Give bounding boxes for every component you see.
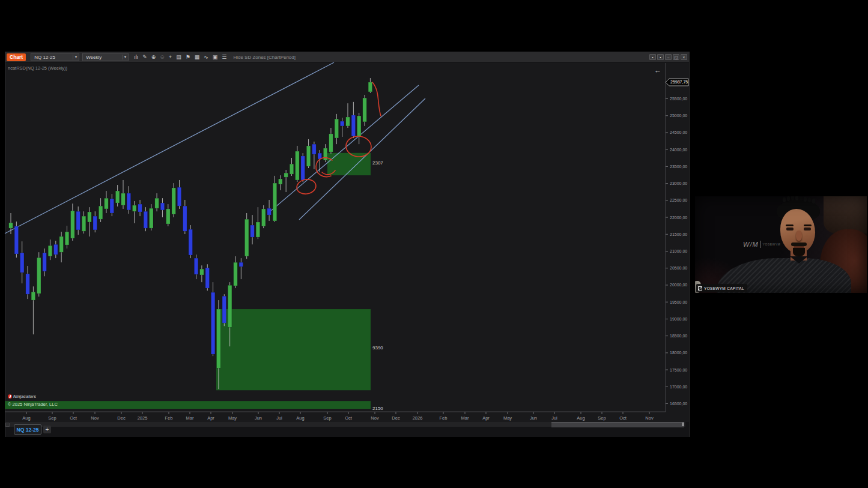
hide-sd-zones-toggle[interactable]: Hide SD Zones [ChartPeriod] bbox=[233, 55, 296, 60]
watermark-sub-text: YOSEWYM bbox=[763, 242, 781, 246]
person-goatee bbox=[793, 248, 805, 256]
period-value: Weekly bbox=[86, 55, 119, 60]
crosshair-icon[interactable]: + bbox=[169, 54, 172, 60]
chart-style-icon[interactable]: ılı bbox=[134, 54, 138, 60]
chart-series-label: ncatRSD(NQ 12-25 (Weekly)) bbox=[8, 65, 67, 71]
snapshot-icon[interactable]: ▦ bbox=[195, 54, 200, 60]
instrument-dropdown[interactable]: NQ 12-25 ▾ bbox=[31, 53, 79, 61]
webcam-badge: YOSEWYM CAPITAL bbox=[696, 284, 747, 292]
price-axis[interactable] bbox=[666, 63, 690, 413]
indicators-icon[interactable]: ∿ bbox=[204, 54, 208, 60]
data-series-icon[interactable]: ☰ bbox=[222, 54, 226, 60]
badge-logo-icon bbox=[698, 286, 702, 291]
person-eyebrow bbox=[786, 224, 794, 226]
scrollbar-thumb[interactable] bbox=[551, 422, 684, 427]
webcam-overlay: W/M YOSEWYM YOSEWYM CAPITAL bbox=[695, 196, 867, 293]
person-hair-twists bbox=[783, 197, 786, 202]
person-eyebrow bbox=[804, 224, 812, 226]
toolbar-icons: ılı✎⊕⊖+▤⚑▦∿▣☰ bbox=[134, 54, 226, 60]
ninjacators-icon bbox=[8, 394, 12, 399]
webcam-watermark: W/M YOSEWYM bbox=[743, 241, 780, 248]
webcam-background bbox=[824, 196, 867, 233]
tab-nq-12-25[interactable]: NQ 12-25 bbox=[14, 424, 41, 435]
zoom-in-icon[interactable]: ⊕ bbox=[151, 54, 156, 60]
pop-out-button[interactable]: ▪ bbox=[657, 54, 664, 60]
pin-button[interactable]: ▪ bbox=[649, 54, 656, 60]
chevron-down-icon: ▾ bbox=[73, 55, 79, 59]
minimize-button[interactable]: – bbox=[665, 54, 672, 60]
close-button[interactable]: × bbox=[681, 54, 687, 60]
chart-properties-icon[interactable]: ▣ bbox=[213, 54, 218, 60]
ninjacators-label: Ninjacators bbox=[13, 394, 36, 399]
scrollbar-left-button[interactable] bbox=[5, 423, 10, 427]
window-controls: ▪▪–◱× bbox=[649, 54, 687, 60]
screen: { "app": { "toolbar": { "chart_tab": "Ch… bbox=[0, 0, 868, 488]
badge-text: YOSEWYM CAPITAL bbox=[704, 286, 744, 291]
draw-icon[interactable]: ✎ bbox=[142, 54, 147, 60]
alerts-icon[interactable]: ⚑ bbox=[186, 54, 190, 60]
zoom-out-icon[interactable]: ⊖ bbox=[160, 54, 165, 60]
watermark-divider bbox=[760, 241, 761, 248]
back-arrow-icon[interactable]: ← bbox=[654, 67, 661, 74]
ninjacators-logo: Ninjacators bbox=[8, 394, 36, 399]
person-eye bbox=[804, 227, 811, 230]
watermark-logo-text: W/M bbox=[743, 241, 759, 248]
chart-window: Chart NQ 12-25 ▾ Weekly ▾ ılı✎⊕⊖+▤⚑▦∿▣☰ … bbox=[5, 52, 690, 437]
horizontal-scrollbar[interactable] bbox=[10, 422, 685, 427]
chevron-down-icon: ▾ bbox=[122, 55, 129, 59]
chart-tab-button[interactable]: Chart bbox=[7, 53, 26, 61]
instrument-value: NQ 12-25 bbox=[34, 55, 70, 60]
restore-button[interactable]: ◱ bbox=[673, 54, 679, 60]
period-dropdown[interactable]: Weekly ▾ bbox=[82, 53, 129, 61]
toolbar: Chart NQ 12-25 ▾ Weekly ▾ ılı✎⊕⊖+▤⚑▦∿▣☰ … bbox=[5, 52, 689, 62]
person-nose bbox=[796, 230, 802, 241]
add-tab-button[interactable]: + bbox=[43, 426, 51, 433]
chart-plot-area[interactable] bbox=[5, 63, 666, 413]
scrollbar-end-cap bbox=[682, 423, 684, 426]
copyright-text: © 2025 NinjaTrader, LLC bbox=[8, 402, 58, 407]
region-notes-icon[interactable]: ▤ bbox=[176, 54, 181, 60]
person-eye bbox=[786, 227, 794, 230]
